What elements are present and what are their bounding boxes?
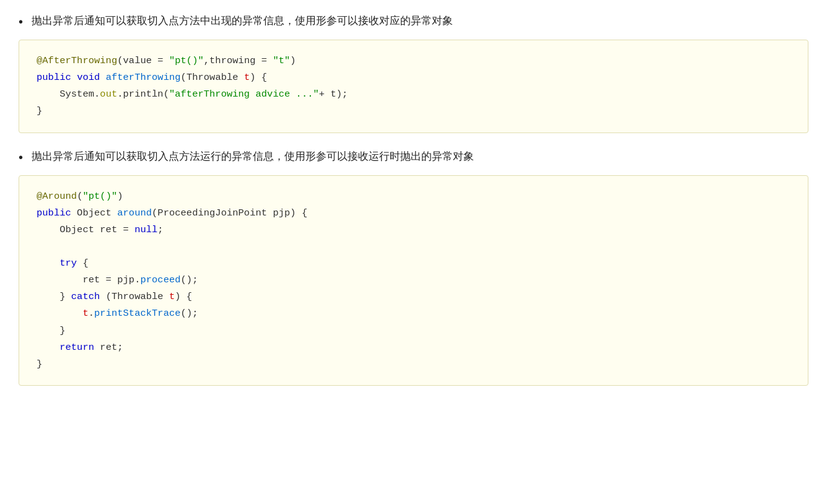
code-line-2-1: @Around("pt()") [37, 188, 790, 205]
code-line-2-8: t.printStackTrace(); [37, 305, 790, 322]
code-block-1: @AfterThrowing(value = "pt()",throwing =… [19, 40, 808, 133]
code-line-2-6: ret = pjp.proceed(); [37, 272, 790, 289]
bullet-dot-2: • [19, 148, 23, 167]
code-line-1-4: } [37, 103, 790, 119]
code-block-2: @Around("pt()") public Object around(Pro… [19, 175, 808, 386]
code-line-2-9: } [37, 323, 790, 339]
bullet-1: • 抛出异常后通知可以获取切入点方法中出现的异常信息，使用形参可以接收对应的异常… [19, 12, 808, 31]
code-line-1-1: @AfterThrowing(value = "pt()",throwing =… [37, 53, 790, 69]
bullet-text-2: 抛出异常后通知可以获取切入点方法运行的异常信息，使用形参可以接收运行时抛出的异常… [32, 148, 474, 165]
bullet-dot-1: • [19, 12, 23, 31]
code-line-2-4 [37, 238, 790, 255]
code-line-1-3: System.out.println("afterThrowing advice… [37, 86, 790, 103]
code-line-2-7: } catch (Throwable t) { [37, 289, 790, 305]
bullet-text-1: 抛出异常后通知可以获取切入点方法中出现的异常信息，使用形参可以接收对应的异常对象 [32, 12, 453, 29]
code-line-2-2: public Object around(ProceedingJoinPoint… [37, 205, 790, 222]
bullet-2: • 抛出异常后通知可以获取切入点方法运行的异常信息，使用形参可以接收运行时抛出的… [19, 148, 808, 167]
code-line-2-11: } [37, 356, 790, 373]
code-line-1-2: public void afterThrowing(Throwable t) { [37, 69, 790, 86]
code-line-2-10: return ret; [37, 339, 790, 356]
code-line-2-3: Object ret = null; [37, 222, 790, 238]
code-line-2-5: try { [37, 255, 790, 272]
